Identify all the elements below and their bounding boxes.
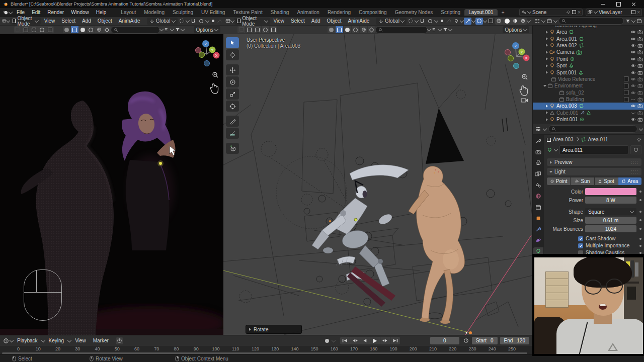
timeline-ruler[interactable]: 0102030405060708090100110120130140150160… — [0, 346, 532, 352]
tab-modifiers[interactable] — [533, 225, 543, 233]
scene-selector[interactable]: Scene × — [519, 9, 583, 16]
properties-search-input[interactable] — [548, 125, 637, 133]
unlink-scene-icon[interactable]: × — [578, 10, 581, 15]
outliner-row[interactable]: Camera — [533, 49, 644, 55]
tab-rendering[interactable]: Rendering — [324, 9, 355, 16]
move-tool[interactable] — [226, 64, 239, 75]
hide-eye-icon[interactable] — [630, 83, 636, 88]
cursor-tool[interactable] — [226, 49, 239, 60]
render-visibility-icon[interactable] — [637, 56, 643, 62]
shape-dropdown[interactable]: Square — [585, 208, 636, 215]
outliner-row-selected[interactable]: Area.003 — [533, 103, 644, 109]
hide-eye-icon[interactable] — [630, 90, 636, 96]
filter-funnel-button[interactable] — [174, 26, 181, 33]
tab-physics[interactable] — [533, 236, 543, 244]
properties-editor-icon[interactable] — [535, 126, 541, 132]
add-cube-tool[interactable] — [226, 143, 239, 154]
scrollbar-thumb[interactable] — [2, 352, 527, 354]
outliner-row[interactable]: Spot — [533, 62, 644, 69]
menu-select[interactable]: Select — [58, 18, 78, 24]
outliner-filter-icon[interactable] — [625, 19, 630, 24]
tab-layout[interactable]: Layout — [117, 9, 140, 16]
render-visibility-icon[interactable] — [637, 63, 643, 68]
tool-search-input[interactable] — [375, 26, 428, 34]
show-object-types-button[interactable] — [452, 18, 460, 25]
proportional-editing-button[interactable] — [209, 18, 217, 25]
outliner-scope-icon[interactable] — [546, 18, 552, 24]
light-type-point[interactable]: Point — [547, 177, 570, 185]
proportional-editing-button[interactable] — [438, 18, 446, 25]
outliner-row[interactable]: Area.001 — [533, 35, 644, 42]
filter-type-button[interactable] — [163, 26, 171, 33]
max-bounces-field[interactable]: 1024 — [585, 225, 636, 232]
tab-compositing[interactable]: Compositing — [355, 9, 391, 16]
mask-mode-buttons[interactable] — [63, 26, 111, 33]
hide-eye-icon[interactable] — [630, 36, 636, 42]
hide-eye-icon[interactable] — [630, 43, 636, 48]
falloff-curve-icon[interactable] — [217, 19, 221, 24]
pivot-point-button[interactable] — [198, 18, 205, 25]
xray-toggle-button[interactable] — [487, 18, 495, 25]
light-type-sun[interactable]: Sun — [571, 177, 594, 185]
tab-scripting[interactable]: Scripting — [437, 9, 464, 16]
new-collection-icon[interactable] — [636, 18, 642, 24]
menu-edit[interactable]: Edit — [28, 10, 44, 15]
animate-dot[interactable] — [639, 191, 641, 193]
outliner-row[interactable]: Point — [533, 56, 644, 62]
menu-window[interactable]: Window — [67, 10, 93, 15]
collection-checkbox[interactable] — [624, 97, 629, 102]
preview-panel-header[interactable]: Preview :::: — [547, 158, 641, 166]
filter-funnel-button[interactable] — [441, 26, 449, 33]
outliner-row[interactable]: Spot.001 — [533, 69, 644, 75]
hide-eye-icon[interactable] — [630, 70, 636, 75]
fake-user-button[interactable] — [630, 145, 641, 154]
tab-world[interactable] — [533, 192, 543, 200]
size-field[interactable]: 0.61 m — [585, 217, 636, 224]
timeline-editor-icon[interactable] — [3, 338, 9, 344]
render-visibility-icon[interactable] — [637, 76, 643, 82]
prev-keyframe-button[interactable] — [350, 337, 360, 344]
outliner-panel[interactable]: Camera & Lighting Area Area.001 Area.002… — [532, 26, 644, 124]
menu-render[interactable]: Render — [44, 10, 67, 15]
remove-viewlayer-icon[interactable]: × — [637, 10, 640, 15]
play-button[interactable] — [370, 337, 380, 344]
navigation-gizmo[interactable]: Z Y X — [501, 38, 531, 104]
render-visibility-icon[interactable] — [637, 97, 643, 102]
hide-eye-icon[interactable] — [630, 63, 636, 68]
tab-shading[interactable]: Shading — [267, 9, 293, 16]
mask-mode-buttons[interactable] — [328, 26, 375, 33]
tab-uv-editing[interactable]: UV Editing — [197, 9, 229, 16]
tab-tool[interactable] — [533, 137, 543, 145]
annotate-tool[interactable] — [226, 116, 239, 127]
tab-collection[interactable] — [533, 203, 543, 211]
menu-help[interactable]: Help — [93, 10, 110, 15]
falloff-curve-icon[interactable] — [446, 19, 451, 24]
filter-type-button[interactable] — [431, 26, 438, 33]
options-dropdown[interactable]: Options — [194, 26, 220, 33]
record-button[interactable] — [324, 337, 331, 344]
middle-viewport-3d[interactable]: User Perspective (0) Collection | Area.0… — [223, 34, 532, 335]
animate-dot[interactable] — [639, 211, 641, 213]
tab-texture-paint[interactable]: Texture Paint — [229, 9, 266, 16]
render-visibility-icon[interactable] — [637, 110, 643, 116]
menu-object[interactable]: Object — [95, 18, 115, 24]
hide-eye-icon[interactable] — [630, 76, 636, 82]
render-visibility-icon[interactable] — [637, 49, 643, 55]
tab-render[interactable] — [533, 148, 543, 156]
snap-magnet-button[interactable] — [419, 18, 426, 25]
animate-dot[interactable] — [639, 252, 641, 254]
hide-eye-icon[interactable] — [630, 49, 636, 55]
menu-view[interactable]: View — [271, 18, 288, 24]
left-viewport-rendered[interactable]: Z Y X — [0, 34, 223, 335]
minimize-button[interactable] — [596, 1, 611, 8]
tab-geometry-nodes[interactable]: Geometry Nodes — [391, 9, 437, 16]
render-visibility-icon[interactable] — [637, 43, 643, 48]
hide-eye-icon[interactable] — [630, 29, 636, 35]
pin-icon[interactable] — [566, 10, 571, 15]
add-workspace-button[interactable]: + — [498, 9, 509, 16]
new-scene-icon[interactable] — [572, 10, 576, 14]
hide-eye-icon[interactable] — [630, 103, 636, 109]
hide-eye-icon[interactable] — [630, 56, 636, 62]
gizmos-toggle-button[interactable] — [464, 18, 471, 25]
outliner-row[interactable]: Cube.001 — [533, 110, 644, 116]
